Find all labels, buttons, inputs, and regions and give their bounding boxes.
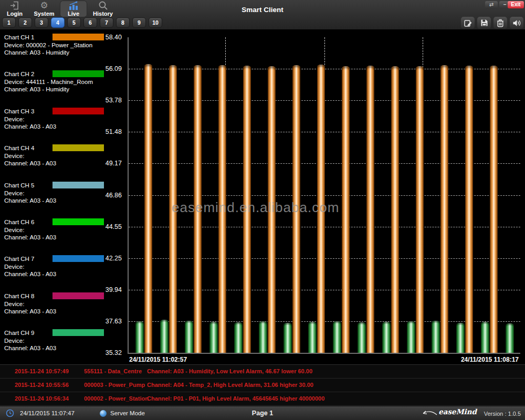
alarm-device: 555111 - Data_Centre	[84, 368, 142, 374]
bar-orange	[194, 65, 202, 353]
nav-login[interactable]: Login	[1, 1, 28, 17]
sound-button[interactable]	[510, 17, 523, 29]
channel-name: Chart CH 4	[4, 145, 35, 151]
channel-channel: Channel: A03 - A03	[4, 270, 124, 278]
y-axis-tick-label: 58.40	[99, 34, 122, 41]
save-button[interactable]	[477, 17, 491, 29]
server-mode-icon	[100, 410, 107, 417]
bar-green	[382, 322, 391, 353]
channel-device: Device:	[4, 263, 124, 270]
nav-live[interactable]: Live	[60, 1, 87, 17]
y-axis-tick-label: 49.17	[99, 160, 122, 167]
bar-orange	[416, 66, 424, 353]
channel-channel: Channel: A03 - A03	[4, 308, 124, 315]
channel-channel: Channel: A03 - A03	[4, 234, 124, 241]
bar-green	[234, 322, 243, 353]
bar-green	[308, 322, 317, 353]
logo-swoosh-icon	[423, 410, 437, 415]
bar-green	[506, 323, 514, 353]
channel-channel: Channel: A03 - Humidity	[4, 86, 124, 93]
alarm-time: 2015-11-24 10:56:34	[15, 395, 69, 402]
alarm-message: Channel: A03 - Humidity, Low Level Alarm…	[147, 368, 312, 374]
channel-legend-item[interactable]: Chart CH 8Device:Channel: A03 - A03	[4, 292, 124, 315]
channel-device: Device:	[4, 337, 124, 344]
y-axis-tick-label: 39.94	[99, 286, 122, 293]
channel-device: Device:	[4, 152, 124, 160]
bar-orange	[317, 65, 325, 353]
nav-login-label: Login	[1, 10, 28, 17]
tab-8[interactable]: 8	[116, 17, 130, 28]
tab-10[interactable]: 10	[149, 17, 162, 28]
magnifier-icon	[89, 1, 117, 10]
alarm-time: 2015-11-24 10:55:56	[15, 382, 69, 388]
bar-green	[185, 321, 193, 353]
alarm-device: 000003 - Power_Pump	[84, 382, 145, 388]
switch-view-button[interactable]: ⇄	[485, 1, 498, 8]
channel-color-swatch	[52, 70, 104, 77]
alarm-message: Channel: P01 - P01, High Level Alarm, 45…	[147, 395, 324, 402]
bar-orange	[366, 66, 374, 353]
tab-3[interactable]: 3	[35, 17, 48, 28]
bar-orange	[465, 66, 473, 353]
header-bar: Login ⚙ System Live History Smart Client…	[0, 0, 525, 29]
tab-6[interactable]: 6	[83, 17, 97, 28]
delete-button[interactable]	[494, 17, 507, 29]
x-axis-start-label: 24/11/2015 11:02:57	[129, 356, 187, 363]
server-mode-label: Server Mode	[110, 410, 145, 416]
status-bar: 24/11/2015 11:07:47 Server Mode Page 1 e…	[0, 406, 525, 420]
channel-name: Chart CH 5	[4, 182, 35, 188]
y-axis-tick-label: 35.32	[99, 349, 122, 356]
tab-5[interactable]: 5	[67, 17, 81, 28]
edit-icon	[464, 19, 472, 27]
alarm-row[interactable]: 2015-11-24 10:56:34000002 - Power_Statio…	[0, 392, 525, 406]
y-axis-tick-label: 46.86	[99, 192, 122, 199]
tab-2[interactable]: 2	[18, 17, 32, 28]
channel-color-swatch	[52, 182, 104, 188]
edit-button[interactable]	[461, 17, 475, 29]
gear-icon: ⚙	[30, 1, 58, 10]
bar-orange	[440, 65, 448, 353]
tab-1[interactable]: 1	[2, 17, 16, 28]
bar-green	[481, 322, 489, 353]
nav-system[interactable]: ⚙ System	[30, 1, 58, 17]
channel-name: Chart CH 7	[4, 256, 35, 262]
login-icon	[1, 1, 28, 10]
y-axis-tick-label: 56.09	[99, 65, 122, 72]
y-axis-tick-label: 37.63	[99, 318, 122, 325]
exit-button[interactable]: Exit	[508, 1, 524, 8]
channel-device: Device:	[4, 300, 124, 308]
tab-9[interactable]: 9	[132, 17, 146, 28]
speaker-icon	[512, 19, 521, 27]
switch-icon: ⇄	[489, 2, 494, 7]
tab-7[interactable]: 7	[100, 17, 113, 28]
bar-orange	[391, 66, 399, 353]
channel-color-swatch	[52, 255, 104, 262]
alarm-row[interactable]: 2015-11-24 10:57:49555111 - Data_CentreC…	[0, 365, 525, 379]
bar-green	[432, 321, 440, 353]
channel-color-swatch	[52, 144, 104, 151]
brand-name: easeMind	[438, 408, 477, 415]
alarm-row[interactable]: 2015-11-24 10:55:56000003 - Power_PumpCh…	[0, 379, 525, 392]
y-axis-tick-label: 51.48	[99, 128, 122, 135]
bar-orange	[342, 66, 350, 353]
alarm-time: 2015-11-24 10:57:49	[15, 368, 69, 374]
channel-legend-item[interactable]: Chart CH 9Device:Channel: A03 - A03	[4, 329, 124, 352]
x-axis-end-label: 24/11/2015 11:08:17	[461, 356, 519, 363]
bar-green	[284, 323, 292, 353]
nav-history[interactable]: History	[89, 1, 117, 17]
bar-orange	[243, 66, 251, 353]
chart-plot	[128, 37, 520, 354]
live-chart-icon	[60, 1, 87, 10]
alarm-message: Channel: A04 - Temp_2, High Level Alarm,…	[147, 382, 313, 388]
bar-orange	[169, 65, 177, 353]
channel-channel: Channel: A03 - Humidity	[4, 49, 124, 56]
tab-4[interactable]: 4	[51, 17, 65, 28]
channel-name: Chart CH 2	[4, 71, 35, 77]
channel-color-swatch	[52, 218, 104, 225]
alarm-log: 2015-11-24 10:57:49555111 - Data_CentreC…	[0, 364, 525, 406]
channel-device: Device:	[4, 116, 124, 123]
channel-legend-item[interactable]: Chart CH 2Device: 444111 - Machine_RoomC…	[4, 70, 124, 93]
channel-legend-item[interactable]: Chart CH 3Device:Channel: A03 - A03	[4, 108, 124, 130]
bar-green	[135, 321, 144, 353]
main-area: Chart CH 1Device: 000002 - Power _Statio…	[0, 29, 525, 364]
